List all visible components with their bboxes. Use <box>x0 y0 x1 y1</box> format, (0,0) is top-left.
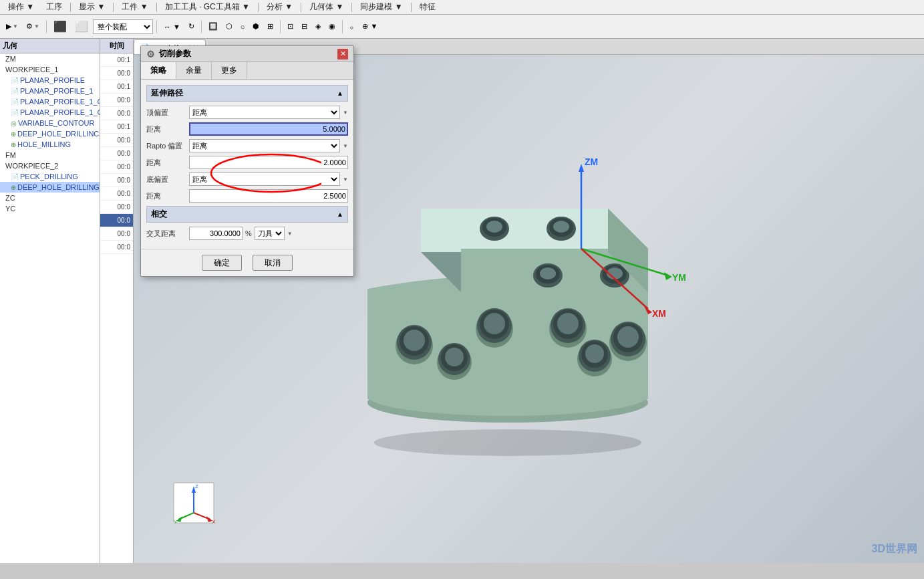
tree-item-variable[interactable]: ◎ VARIABLE_CONTOUR <box>0 118 100 128</box>
svg-point-11 <box>484 313 505 334</box>
tool-unit-select[interactable]: 刀具 <box>255 227 285 240</box>
tab-allowance[interactable]: 余量 <box>176 62 212 79</box>
toolbar-view-btn6[interactable]: ⊡ <box>284 17 297 36</box>
time-row-1: 00:1 <box>100 53 133 67</box>
toolbar-view-btn7[interactable]: ⊟ <box>298 17 311 36</box>
tree-item-workpiece2[interactable]: WORKPIECE_2 <box>0 160 100 171</box>
svg-text:YM: YM <box>672 272 686 283</box>
time-panel-header: 时间 <box>100 39 133 53</box>
toolbar-view-btn4[interactable]: ⬢ <box>249 17 263 36</box>
top-offset-select[interactable]: 距离 <box>189 106 340 119</box>
viewport[interactable]: 📄 _model1.prt ✕ □ <box>134 39 924 563</box>
menu-sep-5 <box>301 3 301 12</box>
intersect-collapse-btn[interactable]: ▲ <box>337 211 343 218</box>
extend-path-collapse-btn[interactable]: ▲ <box>337 90 343 97</box>
tree-item-planar3[interactable]: 📄 PLANAR_PROFILE_1_C <box>0 96 100 107</box>
intersect-label: 相交 <box>151 209 167 220</box>
cancel-button[interactable]: 取消 <box>253 255 293 271</box>
tree-item-zc[interactable]: ZC <box>0 193 100 203</box>
svg-point-7 <box>404 330 425 351</box>
svg-point-19 <box>617 326 639 348</box>
svg-point-36 <box>540 267 556 279</box>
menu-sep-1 <box>70 3 71 12</box>
tree-item-planar2-label: PLANAR_PROFILE_1 <box>20 87 93 95</box>
toolbar-shade-btn[interactable]: ◉ <box>325 17 339 36</box>
tree-item-planar4[interactable]: 📄 PLANAR_PROFILE_1_C <box>0 107 100 118</box>
time-row-8: 00:0 <box>100 147 133 160</box>
svg-text:X: X <box>212 519 216 525</box>
time-row-2: 00:0 <box>100 67 133 80</box>
tree-item-planar1[interactable]: 📄 PLANAR_PROFILE <box>0 75 100 86</box>
dialog-close-button[interactable]: ✕ <box>337 49 348 60</box>
tree-item-zm[interactable]: ZM <box>0 53 100 64</box>
time-panel: 时间 00:1 00:0 00:1 00:0 00:0 00:1 00:0 00… <box>100 39 134 563</box>
menu-process[interactable]: 工序 <box>41 0 67 14</box>
menu-sep-6 <box>351 3 352 12</box>
top-offset-label: 顶偏置 <box>146 108 186 118</box>
distance-label: 距离 <box>146 124 186 134</box>
rapto-distance-input[interactable] <box>189 156 348 169</box>
toolbar-extra-btn2[interactable]: ⊕ ▼ <box>359 17 381 36</box>
tree-item-peck[interactable]: 📄 PECK_DRILLING <box>0 171 100 182</box>
ok-button[interactable]: 确定 <box>202 255 242 271</box>
svg-text:Y: Y <box>174 519 178 525</box>
tree-item-workpiece1[interactable]: WORKPIECE_1 <box>0 64 100 75</box>
tree-item-deep1[interactable]: ⊕ DEEP_HOLE_DRILLINC <box>0 128 100 139</box>
tree-item-deep1-label: DEEP_HOLE_DRILLINC <box>17 130 99 138</box>
tree-item-deep2[interactable]: ⊕ DEEP_HOLE_DRILLING <box>0 182 100 193</box>
tab-more[interactable]: 更多 <box>212 62 247 79</box>
menu-analysis[interactable]: 分析 ▼ <box>261 0 298 14</box>
cross-distance-input[interactable] <box>189 227 243 240</box>
bottom-distance-input[interactable] <box>189 189 348 203</box>
menu-geometry[interactable]: 几何体 ▼ <box>304 0 349 14</box>
menu-feature[interactable]: 特征 <box>414 0 441 14</box>
top-offset-dropdown-icon: ▼ <box>343 110 348 116</box>
toolbar-render-btn[interactable]: ◈ <box>312 17 324 36</box>
cross-distance-row: 交叉距离 % 刀具 ▼ <box>146 227 348 240</box>
toolbar-rotate-btn[interactable]: ↻ <box>185 17 198 36</box>
menu-sync-model[interactable]: 同步建模 ▼ <box>355 0 408 14</box>
rapto-dropdown-icon: ▼ <box>343 143 348 149</box>
cut-params-dialog[interactable]: ⚙ 切削参数 ✕ 策略 余量 更多 延伸路径 ▲ 顶偏置 <box>140 45 354 277</box>
toolbar-view-btn2[interactable]: ⬡ <box>222 17 236 36</box>
menu-workpiece[interactable]: 工件 ▼ <box>116 0 153 14</box>
toolbar-view-btn1[interactable]: 🔲 <box>205 17 221 36</box>
toolbar-btn-2[interactable]: ⚙ ▼ <box>23 17 43 36</box>
time-row-3: 00:1 <box>100 80 133 94</box>
tree-item-deep2-label: DEEP_HOLE_DRILLING <box>17 183 100 191</box>
toolbar-view-btn5[interactable]: ⊞ <box>264 17 277 36</box>
profile-icon-4: 📄 <box>11 109 19 116</box>
tab-strategy[interactable]: 策略 <box>141 62 176 79</box>
dialog-footer: 确定 取消 <box>141 249 353 276</box>
toolbar: ▶ ▼ ⚙ ▼ ⬛ ⬜ 整个装配 ↔ ▼ ↻ 🔲 ⬡ ○ ⬢ ⊞ ⊡ ⊟ ◈ ◉… <box>0 15 924 39</box>
tree-item-hole-milling[interactable]: ⊕ HOLE_MILLING <box>0 139 100 150</box>
tree-item-fm[interactable]: FM <box>0 150 100 160</box>
toolbar-move-btn[interactable]: ↔ ▼ <box>160 17 184 36</box>
distance-input[interactable] <box>189 122 348 136</box>
extend-path-section-header[interactable]: 延伸路径 ▲ <box>146 85 348 102</box>
toolbar-extra-btn1[interactable]: ⬦ <box>346 17 357 36</box>
tree-item-variable-label: VARIABLE_CONTOUR <box>18 119 95 127</box>
drill-icon-2: ⊕ <box>11 184 16 191</box>
toolbar-btn-1[interactable]: ▶ ▼ <box>3 17 21 36</box>
toolbar-btn-icon2[interactable]: ⬜ <box>71 17 92 36</box>
extend-path-label: 延伸路径 <box>151 88 183 99</box>
toolbar-view-btn3[interactable]: ○ <box>237 17 249 36</box>
menu-display[interactable]: 显示 ▼ <box>73 0 110 14</box>
tree-item-planar2[interactable]: 📄 PLANAR_PROFILE_1 <box>0 86 100 96</box>
svg-marker-41 <box>579 164 584 172</box>
toolbar-btn-icon1[interactable]: ⬛ <box>50 17 70 36</box>
tree-item-yc[interactable]: YC <box>0 203 100 214</box>
menu-tools[interactable]: 加工工具 · GC工具箱 ▼ <box>160 0 255 14</box>
dialog-title-bar[interactable]: ⚙ 切削参数 ✕ <box>141 46 353 62</box>
left-panel: 几何 ZM WORKPIECE_1 📄 PLANAR_PROFILE 📄 PLA… <box>0 39 100 563</box>
rapto-select[interactable]: 距离 <box>189 139 340 152</box>
intersect-section-header[interactable]: 相交 ▲ <box>146 206 348 223</box>
time-row-14: 00:0 <box>100 227 133 241</box>
toolbar-select-assembly[interactable]: 整个装配 <box>93 19 153 34</box>
svg-text:XM: XM <box>652 308 666 319</box>
peck-icon: 📄 <box>11 173 19 181</box>
time-row-15: 00:0 <box>100 241 133 254</box>
bottom-offset-select[interactable]: 距离 <box>189 172 340 186</box>
menu-operate[interactable]: 操作 ▼ <box>3 0 39 14</box>
